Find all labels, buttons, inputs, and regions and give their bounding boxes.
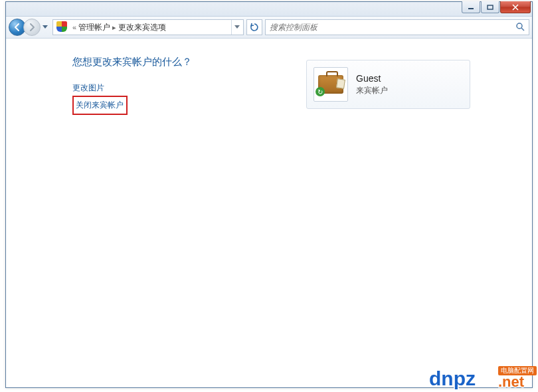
account-type: 来宾帐户: [356, 85, 388, 96]
briefcase-icon: ↻: [318, 75, 343, 94]
forward-button[interactable]: [23, 19, 41, 36]
link-turn-off-guest[interactable]: 关闭来宾帐户: [76, 98, 124, 112]
breadcrumb-seg-change-guest[interactable]: 更改来宾选项: [118, 22, 166, 33]
maximize-button[interactable]: [481, 1, 499, 13]
account-text: Guest 来宾帐户: [356, 73, 388, 96]
search-box[interactable]: [265, 19, 529, 35]
window-frame: « 管理帐户 ▸ 更改来宾选项 您想更改来宾帐户的什么？ 更改图片 关闭来宾帐户: [5, 1, 533, 388]
highlight-annotation: 关闭来宾帐户: [72, 96, 128, 115]
breadcrumb-prefix: «: [72, 23, 76, 31]
svg-line-3: [521, 28, 524, 31]
breadcrumb[interactable]: « 管理帐户 ▸ 更改来宾选项: [52, 19, 244, 35]
account-card[interactable]: ↻ Guest 来宾帐户: [306, 60, 470, 109]
close-button[interactable]: [500, 1, 531, 13]
control-panel-icon: [56, 21, 68, 33]
search-input[interactable]: [270, 23, 513, 32]
chevron-right-icon: ▸: [112, 23, 116, 32]
search-icon[interactable]: [515, 22, 525, 33]
account-name: Guest: [356, 73, 388, 84]
nav-history-dropdown[interactable]: [41, 21, 50, 34]
window-controls: [462, 1, 531, 13]
svg-point-2: [517, 23, 522, 29]
content-area: 您想更改来宾帐户的什么？ 更改图片 关闭来宾帐户 ↻ Guest 来宾帐户: [6, 39, 532, 387]
breadcrumb-seg-manage-accounts[interactable]: 管理帐户: [78, 22, 110, 33]
nav-arrows: [9, 19, 50, 36]
title-bar: [6, 2, 532, 17]
refresh-button[interactable]: [246, 19, 262, 35]
svg-rect-1: [488, 5, 493, 9]
svg-rect-0: [468, 8, 474, 9]
minimize-button[interactable]: [462, 1, 480, 13]
guest-account-icon: ↻: [314, 67, 348, 102]
nav-bar: « 管理帐户 ▸ 更改来宾选项: [6, 17, 532, 39]
breadcrumb-dropdown[interactable]: [231, 20, 242, 35]
